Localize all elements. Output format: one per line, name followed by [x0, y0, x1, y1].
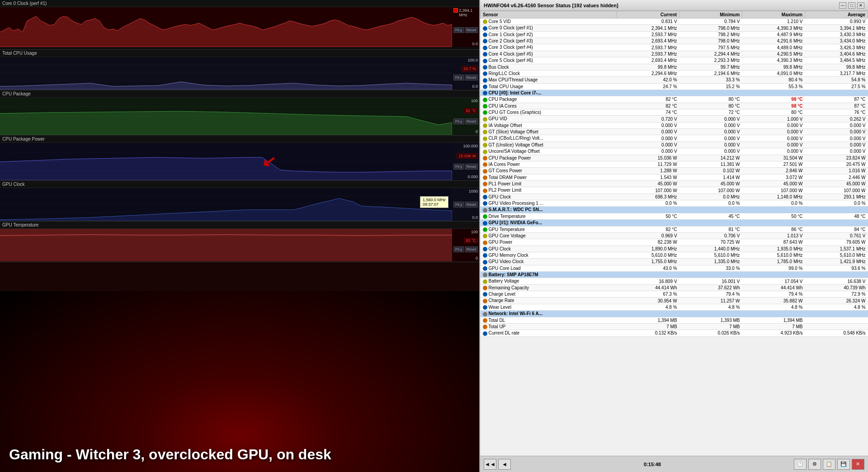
cpupackagepower-btn-row: Fit y Reset — [453, 164, 478, 170]
totalcpuusage-reset-btn[interactable]: Reset — [465, 75, 478, 80]
sensor-maximum: 3.072 W — [742, 174, 805, 180]
clock-icon-btn[interactable]: 🕐 — [794, 459, 807, 470]
sensor-maximum: 5,610.0 MHz — [742, 252, 805, 258]
close-bottom-btn[interactable]: ✕ — [852, 459, 864, 470]
sensor-average: 1.016 W — [805, 168, 868, 174]
close-btn[interactable]: ✕ — [857, 2, 864, 9]
sensor-name: GPU VID — [481, 116, 617, 122]
cpupackagepower-reset-btn[interactable]: Reset — [465, 164, 478, 170]
sensor-maximum: 107.000 W — [742, 187, 805, 194]
core0clock-right-panel: 2,394.1 MHz Fit y Reset 0.0 — [452, 7, 479, 47]
table-row[interactable]: CPU Package Power15.036 W14.212 W31.504 … — [481, 155, 868, 161]
sensor-maximum: 7 MB — [742, 323, 805, 330]
table-row[interactable]: IA Cores Power11.729 W11.381 W27.501 W20… — [481, 161, 868, 167]
table-row[interactable]: Core 1 Clock (perf #2)2,593.7 MHz798.2 M… — [481, 31, 868, 38]
sensor-name: IA Cores Power — [481, 161, 617, 167]
table-row[interactable]: GT (Unslice) Voltage Offset0.000 V0.000 … — [481, 142, 868, 148]
totalcpuusage-fit-btn[interactable]: Fit y — [453, 75, 464, 80]
table-row[interactable]: Core 3 Clock (perf #4)2,593.7 MHz797.5 M… — [481, 44, 868, 51]
table-row[interactable]: CPU Package82 °C80 °C98 °C87 °C — [481, 96, 868, 103]
table-row[interactable]: Remaining Capacity44.414 Wh37.622 Wh44.4… — [481, 284, 868, 291]
table-row[interactable]: Current DL rate0.132 KB/s0.026 KB/s4.923… — [481, 330, 868, 336]
table-row[interactable]: Battery Voltage16.809 V16.001 V17.054 V1… — [481, 278, 868, 284]
table-row[interactable]: Core 0 Clock (perf #1)2,394.1 MHz798.0 M… — [481, 25, 868, 31]
sensor-current: 67.3 % — [617, 291, 679, 297]
table-row[interactable]: GT (Slice) Voltage Offset0.000 V0.000 V0… — [481, 129, 868, 135]
table-row[interactable]: CPU GT Cores (Graphics)74 °C72 °C80 °C76… — [481, 109, 868, 116]
background-overlay — [0, 291, 479, 472]
table-row[interactable]: GPU VID0.720 V0.000 V1.000 V0.262 V — [481, 116, 868, 122]
cpupackage-fit-btn[interactable]: Fit y — [453, 118, 464, 124]
table-row[interactable]: GPU Clock1,890.0 MHz1,440.0 MHz1,935.0 M… — [481, 245, 868, 252]
sensor-minimum: 72 °C — [679, 109, 742, 116]
table-row[interactable]: Ring/LLC Clock2,294.6 MHz2,194.6 MHz4,09… — [481, 70, 868, 76]
sensor-minimum: 0.784 V — [679, 19, 742, 25]
sensor-average: 3,426.3 MHz — [805, 44, 868, 51]
cpupackage-reset-btn[interactable]: Reset — [465, 118, 478, 124]
report-btn[interactable]: 📋 — [823, 459, 835, 470]
table-row[interactable]: GPU Clock698.3 MHz0.0 MHz1,148.0 MHz293.… — [481, 194, 868, 200]
sensor-minimum: 80 °C — [679, 96, 742, 103]
gputemperature-fit-btn[interactable]: Fit y — [453, 246, 464, 252]
sensor-name: GPU Video Clock — [481, 259, 617, 265]
table-row[interactable]: CLR (CBo/LLC/Ring) Volt...0.000 V0.000 V… — [481, 135, 868, 142]
table-row[interactable]: Max CPU/Thread Usage42.0 %33.3 %80.4 %54… — [481, 77, 868, 83]
table-row[interactable]: Charge Level67.3 %79.4 %79.4 %72.9 % — [481, 291, 868, 297]
sensor-current: 50 °C — [617, 213, 679, 219]
table-row[interactable]: PL2 Power Limit107.000 W107.000 W107.000… — [481, 187, 868, 194]
table-row[interactable]: GPU Core Load43.0 %33.0 %99.0 %93.6 % — [481, 265, 868, 271]
gputemperature-reset-btn[interactable]: Reset — [465, 246, 478, 252]
table-row[interactable]: Total DRAM Power1.543 W1.414 W3.072 W2.4… — [481, 174, 868, 180]
table-row[interactable]: GPU Video Processing 1 ...0.0 %0.0 %0.0 … — [481, 200, 868, 207]
table-row[interactable]: GPU Core Voltage0.969 V0.706 V1.013 V0.7… — [481, 232, 868, 239]
sensor-current: 2,394.1 MHz — [617, 25, 679, 31]
sensor-name: IA Voltage Offset — [481, 122, 617, 128]
sensor-minimum: 81 °C — [679, 226, 742, 232]
settings-btn[interactable]: ⚙ — [808, 459, 821, 470]
table-group-header: S.M.A.R.T.: WDC PC SN... — [481, 207, 868, 213]
table-row[interactable]: Total CPU Usage24.7 %15.2 %55.3 %27.5 % — [481, 83, 868, 90]
table-row[interactable]: GT Cores Power1.288 W0.102 W2.846 W1.016… — [481, 168, 868, 174]
sensor-maximum: 80 °C — [742, 109, 805, 116]
table-row[interactable]: Core 5 Clock (perf #6)2,693.4 MHz2,293.3… — [481, 57, 868, 64]
nav-prev-btn[interactable]: ◄ — [498, 459, 511, 470]
sensor-maximum: 31.504 W — [742, 155, 805, 161]
minimize-btn[interactable]: — — [839, 2, 846, 9]
gpuclock-fit-btn[interactable]: Fit y — [453, 202, 464, 208]
table-row[interactable]: GPU Temperature82 °C81 °C86 °C84 °C — [481, 226, 868, 232]
table-row[interactable]: Bus Clock99.8 MHz99.7 MHz99.8 MHz99.8 MH… — [481, 64, 868, 70]
maximize-btn[interactable]: □ — [848, 2, 855, 9]
sensor-table: Sensor Current Minimum Maximum Average C… — [480, 11, 868, 337]
table-row[interactable]: Total DL1,394 MB1,393 MB1,394 MB — [481, 317, 868, 323]
gpuclock-reset-btn[interactable]: Reset — [465, 202, 478, 208]
sensor-maximum: 4,390.3 MHz — [742, 25, 805, 31]
sensor-average: 107.000 W — [805, 187, 868, 194]
core0clock-bottom-val: 0.0 — [472, 42, 478, 46]
table-row[interactable]: Core 5 VID0.831 V0.784 V1.210 V0.993 V — [481, 19, 868, 25]
table-row[interactable]: Core 2 Clock (perf #3)2,693.4 MHz798.0 M… — [481, 38, 868, 44]
export-btn[interactable]: 💾 — [837, 459, 850, 470]
cpupackagepower-fit-btn[interactable]: Fit y — [453, 164, 464, 170]
table-row[interactable]: IA Voltage Offset0.000 V0.000 V0.000 V0.… — [481, 122, 868, 128]
core0clock-reset-btn[interactable]: Reset — [465, 27, 478, 33]
core0clock-top-val: 2,394.1 MHz — [459, 8, 478, 17]
nav-prev-prev-btn[interactable]: ◄◄ — [484, 459, 496, 470]
sensor-current: 4.8 % — [617, 304, 679, 310]
table-row[interactable]: Total UP7 MB7 MB7 MB — [481, 323, 868, 330]
table-row[interactable]: Uncore/SA Voltage Offset0.000 V0.000 V0.… — [481, 148, 868, 155]
table-group-header: CPU [#0]: Intel Core i7-... — [481, 90, 868, 96]
core0clock-fit-btn[interactable]: Fit y — [453, 27, 464, 33]
table-row[interactable]: PL1 Power Limit45.000 W45.000 W45.000 W4… — [481, 180, 868, 187]
sensor-minimum: 14.212 W — [679, 155, 742, 161]
table-row[interactable]: Core 4 Clock (perf #5)2,593.7 MHz2,294.4… — [481, 51, 868, 57]
table-row[interactable]: Wear Level4.8 %4.8 %4.8 %4.8 % — [481, 304, 868, 310]
sensor-name: PL1 Power Limit — [481, 180, 617, 187]
table-row[interactable]: CPU IA Cores82 °C80 °C98 °C87 °C — [481, 103, 868, 109]
hwinfo-bottom-toolbar: ◄◄ ◄ 0:15:48 🕐 ⚙ 📋 💾 ✕ — [480, 456, 868, 472]
table-row[interactable]: Drive Temperature50 °C45 °C50 °C48 °C — [481, 213, 868, 219]
table-row[interactable]: GPU Video Clock1,755.0 MHz1,335.0 MHz1,7… — [481, 259, 868, 265]
table-row[interactable]: GPU Memory Clock5,610.0 MHz5,610.0 MHz5,… — [481, 252, 868, 258]
table-row[interactable]: GPU Power82.238 W70.725 W87.643 W79.605 … — [481, 239, 868, 245]
sensor-minimum: 11.381 W — [679, 161, 742, 167]
table-row[interactable]: Charge Rate30.954 W11.257 W35.882 W26.32… — [481, 297, 868, 304]
